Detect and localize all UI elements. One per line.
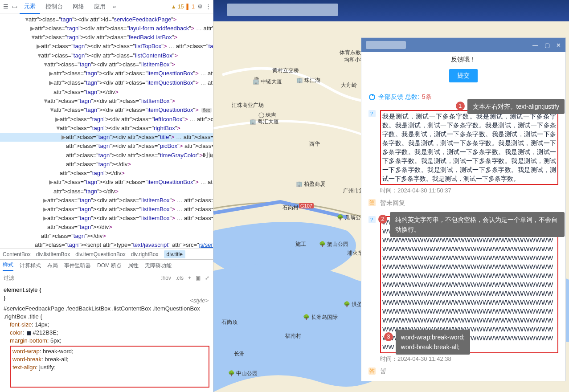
tab-layout[interactable]: 布局 [47,262,58,270]
dom-row[interactable]: attr">class="tagn"></div> [0,160,213,169]
dom-row[interactable]: ▶attr">class="tagn"><div attr">class="it… [0,78,213,88]
dom-row[interactable]: ▼attr">class="tagn"><div attr">class="it… [0,106,213,115]
map-label: 🌳 长洲岛国际 [303,314,338,321]
annotation-2: 2纯的英文字符串，不包含空格，会认为是一个单词，不会自动换行。 [390,212,565,237]
feedback-answer: 暂 [380,368,386,376]
dom-row[interactable]: ▶attr">class="tagn"><div attr">class="ti… [0,133,213,142]
svg-text:?: ? [370,111,373,116]
tab-domb[interactable]: DOM 断点 [97,262,122,270]
dom-row[interactable]: ▼attr">class="tagn"><div attr">class="li… [0,97,213,106]
dom-row[interactable]: attr">class="tagn"></div> [0,223,213,232]
dom-row[interactable]: attr">class="tagn"></div> [0,169,213,178]
dom-row[interactable]: ▼attr">class="tagn"><div attr">class="ri… [0,124,213,133]
close-icon[interactable]: ✕ [556,42,561,49]
feedback-hint: 反馈哦！ [361,56,565,64]
map-label: 西华 [309,140,320,148]
dom-row[interactable]: ▼attr">class="tagn"><div attr">class="li… [0,51,213,60]
warn-icon[interactable]: ▲ 15 [171,4,184,10]
tab-a11y[interactable]: 无障碍功能 [145,262,172,270]
feedback-title: 我是测试，测试一下多条字数。我是测试，测试一下多条字数。我是测试，测试一下多条字… [380,110,558,185]
highlighted-rules: word-wrap: break-word; word-break: break… [10,346,209,388]
map-label: 🏢 珠江湖 [296,77,320,84]
hov-toggle[interactable]: :hov [161,275,171,281]
dom-row[interactable]: attr">class="tagn"></div> [0,232,213,241]
color-swatch[interactable] [27,331,31,335]
dom-row[interactable]: ▶attr">class="tagn"><div attr">class="li… [0,42,213,51]
dom-row[interactable]: ▶attr">class="tagn"><div attr">class="la… [0,24,213,33]
dom-row[interactable]: ▼attr">class="tagn"><div attr">class="fe… [0,33,213,42]
menu-icon[interactable]: ⋮ [205,3,211,10]
map-label: 石岗顶 [221,318,237,326]
redaction [227,4,338,16]
feedback-time: 时间：2024-04-30 11:42:38 [368,353,558,363]
style-rules[interactable]: element.style { } <style> #serviceFeedba… [0,284,213,392]
dom-row[interactable]: ▶attr">class="tagn"><div attr">class="le… [0,115,213,124]
dom-row[interactable]: ▼attr">class="tagn"><div attr">id="servi… [0,15,213,24]
refresh-icon[interactable] [368,94,376,101]
box-icon[interactable]: ▣ [196,275,201,281]
breadcrumb[interactable]: ContentBox div.listItemBox div.itemQuest… [0,249,213,259]
dom-row[interactable]: attr">class="tagn"></div> [0,88,213,97]
crumb[interactable]: div.rightBox [131,251,159,257]
question-icon: ? [368,110,376,185]
crumb[interactable]: div.itemQuesttionBox [75,251,126,257]
dom-row[interactable]: attr">class="tagn"></div> [0,187,213,196]
map-label: 大舟岭 [341,82,357,89]
element-style: element.style { [4,286,209,294]
style-tab-bar: 样式 计算样式 布局 事件监听器 DOM 断点 属性 无障碍功能 [0,259,213,272]
style-filter[interactable] [4,275,70,281]
tab-events[interactable]: 事件监听器 [64,262,91,270]
crumb-current[interactable]: div.title [164,250,185,258]
app-window: 体育东教育集团均和小学黄村立交桥墩🏢 中链大厦🏢 珠江湖大舟岭汇珠商业广场◯ 珠… [213,0,569,392]
map-label: 🏢 中链大厦 [253,78,282,86]
answer-icon: 答 [368,199,376,206]
dom-row[interactable]: attr">class="tagn"><div attr">class="tim… [0,151,213,160]
dom-row[interactable]: ▶attr">class="tagn"><div attr">class="li… [0,214,213,223]
panel-titlebar[interactable]: — ▢ ✕ [361,38,565,52]
map-label: 黄村立交桥 [272,67,299,74]
gear-icon[interactable]: ⚙ [197,3,203,10]
dom-row[interactable]: ▶attr">class="tagn"><div attr">class="it… [0,69,213,78]
tab-elements[interactable]: 元素 [20,0,40,14]
tabs-overflow[interactable]: » [113,3,116,10]
style-toolbar: :hov .cls + ▣ ⤢ [0,272,213,284]
tab-styles[interactable]: 样式 [3,261,13,271]
map-label: G107 [299,203,314,208]
minimize-icon[interactable]: — [532,42,538,49]
dom-row[interactable]: ▶attr">class="tagn"><div attr">class="li… [0,196,213,205]
style-source[interactable]: <style> [190,297,209,305]
annotation-1: 1文本左右对齐。text-align:justify [467,99,565,114]
add-rule-button[interactable]: + [188,275,191,281]
map-label: 施工 [295,241,306,248]
dom-tree[interactable]: ▼attr">class="tagn"><div attr">id="servi… [0,13,213,249]
map-label: 🌳 蟹山公园 [319,241,348,248]
dom-row[interactable]: ▼attr">class="tagn"><div attr">class="li… [0,60,213,69]
cls-toggle[interactable]: .cls [176,275,184,281]
tab-props[interactable]: 属性 [128,262,139,270]
device-icon[interactable]: ▭ [11,3,19,10]
css-selector: #serviceFeedbackPage .feedBackListBox .l… [4,305,209,321]
devtools-tab-bar: ☰ ▭ 元素 控制台 网络 应用 » ▲ 15 ▌ 1 ⚙ ⋮ [0,0,213,13]
dom-row[interactable]: ▶attr">class="tagn"><div attr">class="it… [0,178,213,187]
tab-app[interactable]: 应用 [90,0,110,13]
crumb[interactable]: div.listItemBox [36,251,70,257]
expand-icon[interactable]: ⤢ [205,275,209,281]
inspect-icon[interactable]: ☰ [2,3,10,10]
tab-console[interactable]: 控制台 [41,0,67,13]
dom-row[interactable]: ▶attr">class="tagn"><div attr">class="li… [0,205,213,214]
map-label: 汇珠商业广场 [232,102,264,109]
answer-icon: 答 [368,368,376,375]
map-label: 🌳 中山公园 [228,370,258,377]
tab-network[interactable]: 网络 [68,0,89,13]
map-label: 🏢 柏盈商厦 [296,180,325,188]
tab-computed[interactable]: 计算样式 [20,262,41,270]
feedback-item: ? 我是测试，测试一下多条字数。我是测试，测试一下多条字数。我是测试，测试一下多… [361,106,565,212]
dom-row[interactable]: attr">class="tagn"><div attr">class="pic… [0,142,213,151]
issue-icon[interactable]: ▌ 1 [186,4,195,10]
crumb[interactable]: ContentBox [3,251,31,257]
question-icon: ? [368,216,376,353]
svg-text:?: ? [370,217,373,222]
submit-button[interactable]: 提交 [449,69,478,82]
maximize-icon[interactable]: ▢ [544,42,550,49]
dom-row[interactable]: attr">class="tagn"><script attr">type="t… [0,241,213,249]
